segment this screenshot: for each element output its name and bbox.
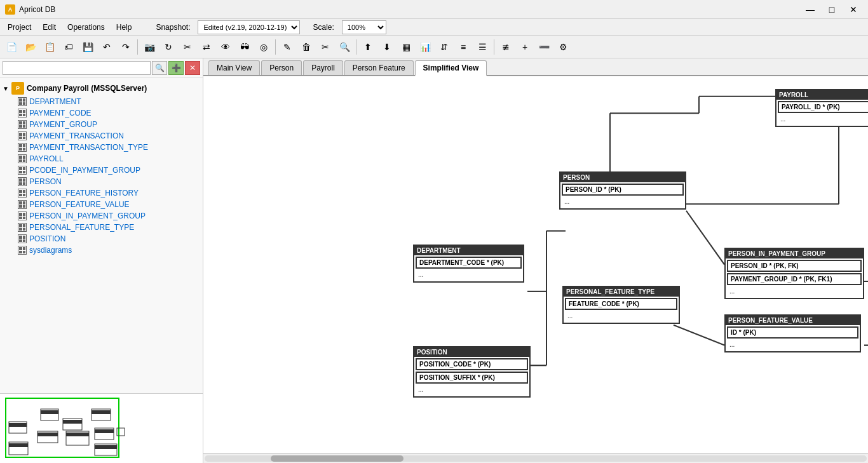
- camera-button[interactable]: 📷: [140, 38, 158, 56]
- tree-item-department[interactable]: DEPARTMENT: [3, 96, 200, 107]
- align-button[interactable]: ≢: [497, 38, 515, 56]
- tree-label: DEPARTMENT: [29, 97, 81, 106]
- tree-item-payroll[interactable]: PAYROLL: [3, 153, 200, 164]
- tree-root[interactable]: ▼ P Company Payroll (MSSQLServer): [3, 81, 200, 96]
- snapshot-select[interactable]: Edited (v2.19, 2020-12-19): [198, 20, 300, 34]
- search-button[interactable]: 🔍: [336, 38, 353, 56]
- minus-button[interactable]: ➖: [535, 38, 553, 56]
- tab-simplified-view[interactable]: Simplified View: [415, 60, 487, 76]
- import-button[interactable]: ⬇: [378, 38, 396, 56]
- new-button[interactable]: 📄: [3, 38, 20, 56]
- target-button[interactable]: ◎: [255, 38, 273, 56]
- delete-button[interactable]: 🗑: [297, 38, 315, 56]
- entity-department[interactable]: DEPARTMENT DEPARTMENT_CODE * (PK) ...: [413, 245, 524, 283]
- hscroll-thumb[interactable]: [271, 455, 403, 462]
- close-button[interactable]: ✕: [844, 3, 863, 16]
- sync-button[interactable]: ⇵: [435, 38, 453, 56]
- main: 🔍 ➕ ✕ ▼ P Company Payroll (MSSQLServer) …: [0, 58, 868, 463]
- tree-item-pcode[interactable]: PCODE_IN_PAYMENT_GROUP: [3, 164, 200, 176]
- tree-label: PAYMENT_CODE: [29, 109, 92, 117]
- entity-payroll[interactable]: PAYROLL PAYROLL_ID * (PK) ...: [775, 89, 868, 127]
- export-button[interactable]: ⬆: [359, 38, 377, 56]
- eye2-button[interactable]: 🕶: [236, 38, 254, 56]
- svg-rect-3: [63, 420, 82, 424]
- search-input[interactable]: [3, 61, 151, 75]
- tree-item-pipg[interactable]: PERSON_IN_PAYMENT_GROUP: [3, 210, 200, 222]
- settings-button[interactable]: ⚙: [554, 38, 572, 56]
- entity-pfv-pk: ID * (PK): [727, 326, 858, 339]
- grid-button[interactable]: ☰: [473, 38, 491, 56]
- sep1: [137, 39, 138, 55]
- entity-pipg[interactable]: PERSON_IN_PAYMENT_GROUP PERSON_ID * (PK,…: [724, 248, 864, 299]
- scale-select[interactable]: 100%: [342, 20, 386, 34]
- tree-item-payment-transaction[interactable]: PAYMENT_TRANSACTION: [3, 130, 200, 142]
- tree-label: PERSONAL_FEATURE_TYPE: [29, 223, 134, 232]
- entity-position[interactable]: POSITION POSITION_CODE * (PK) POSITION_S…: [413, 346, 531, 398]
- tag-button[interactable]: 🏷: [60, 38, 78, 56]
- app-title: Apricot DB: [19, 5, 55, 14]
- entity-pfv[interactable]: PERSON_FEATURE_VALUE ID * (PK) ...: [724, 314, 861, 352]
- svg-rect-11: [92, 410, 111, 414]
- app-icon: A: [5, 4, 15, 15]
- menu-help[interactable]: Help: [111, 22, 137, 33]
- menu-edit[interactable]: Edit: [37, 22, 61, 33]
- table-icon: [18, 234, 27, 243]
- maximize-button[interactable]: □: [822, 3, 841, 16]
- entity-pft[interactable]: PERSONAL_FEATURE_TYPE FEATURE_CODE * (PK…: [562, 286, 680, 324]
- compare-button[interactable]: ≡: [454, 38, 472, 56]
- menubar: Project Edit Operations Help Snapshot: E…: [0, 19, 868, 36]
- tree-item-payment-transaction-type[interactable]: PAYMENT_TRANSACTION_TYPE: [3, 142, 200, 153]
- refresh-button[interactable]: ↻: [159, 38, 177, 56]
- tree-label: PAYMENT_GROUP: [29, 120, 97, 129]
- search-add-button[interactable]: ➕: [168, 61, 184, 75]
- menu-operations[interactable]: Operations: [62, 22, 110, 33]
- svg-rect-9: [66, 433, 89, 436]
- menu-project[interactable]: Project: [3, 22, 36, 33]
- titlebar-left: A Apricot DB: [5, 4, 55, 15]
- entity-payroll-body: ...: [776, 114, 868, 126]
- tree-item-pft[interactable]: PERSONAL_FEATURE_TYPE: [3, 222, 200, 233]
- tree-item-payment-group[interactable]: PAYMENT_GROUP: [3, 119, 200, 130]
- tab-payroll[interactable]: Payroll: [303, 60, 343, 75]
- tree-item-pfh[interactable]: PERSON_FEATURE_HISTORY: [3, 187, 200, 199]
- edit-button[interactable]: ✎: [278, 38, 296, 56]
- minimap-svg: [3, 396, 126, 460]
- cut-button[interactable]: ✂: [316, 38, 334, 56]
- search-button-go[interactable]: 🔍: [152, 61, 167, 75]
- minimize-button[interactable]: —: [801, 3, 820, 16]
- svg-rect-13: [95, 429, 114, 433]
- entity-person-title: PERSON: [560, 173, 685, 182]
- tree-item-pfv[interactable]: PERSON_FEATURE_VALUE: [3, 199, 200, 210]
- transfer-button[interactable]: ⇄: [198, 38, 215, 56]
- tree-root-label: Company Payroll (MSSQLServer): [27, 84, 147, 93]
- crop-button[interactable]: ✂: [179, 38, 196, 56]
- hscrollbar[interactable]: [203, 453, 868, 463]
- tab-person-feature[interactable]: Person Feature: [344, 60, 414, 75]
- entity-person[interactable]: PERSON PERSON_ID * (PK) ...: [559, 171, 686, 210]
- tree-label: POSITION: [29, 234, 65, 243]
- plus-button[interactable]: +: [516, 38, 534, 56]
- tree-item-sysdiagrams[interactable]: sysdiagrams: [3, 245, 200, 256]
- svg-line-29: [674, 325, 724, 346]
- search-clear-button[interactable]: ✕: [185, 61, 200, 75]
- table-icon: [18, 131, 27, 140]
- eye-button[interactable]: 👁: [217, 38, 234, 56]
- tree-item-payment-code[interactable]: PAYMENT_CODE: [3, 107, 200, 119]
- copy-button[interactable]: 📋: [41, 38, 58, 56]
- tree-item-position[interactable]: POSITION: [3, 233, 200, 245]
- tree-item-person[interactable]: PERSON: [3, 176, 200, 187]
- open-button[interactable]: 📂: [22, 38, 39, 56]
- save-button[interactable]: 💾: [79, 38, 97, 56]
- table-button[interactable]: ▦: [397, 38, 415, 56]
- table-icon: [18, 246, 27, 255]
- redo-button[interactable]: ↷: [117, 38, 135, 56]
- chart-button[interactable]: 📊: [416, 38, 434, 56]
- toolbar: 📄 📂 📋 🏷 💾 ↶ ↷ 📷 ↻ ✂ ⇄ 👁 🕶 ◎ ✎ 🗑 ✂ 🔍 ⬆ ⬇ …: [0, 36, 868, 58]
- tab-person[interactable]: Person: [261, 60, 302, 75]
- undo-button[interactable]: ↶: [98, 38, 116, 56]
- entity-department-body: ...: [414, 270, 523, 281]
- hscroll-track[interactable]: [205, 455, 867, 462]
- tab-main-view[interactable]: Main View: [208, 60, 260, 75]
- diagram-area[interactable]: PAYROLL PAYROLL_ID * (PK) ... PERSON PER…: [203, 76, 868, 453]
- titlebar-controls[interactable]: — □ ✕: [801, 3, 863, 16]
